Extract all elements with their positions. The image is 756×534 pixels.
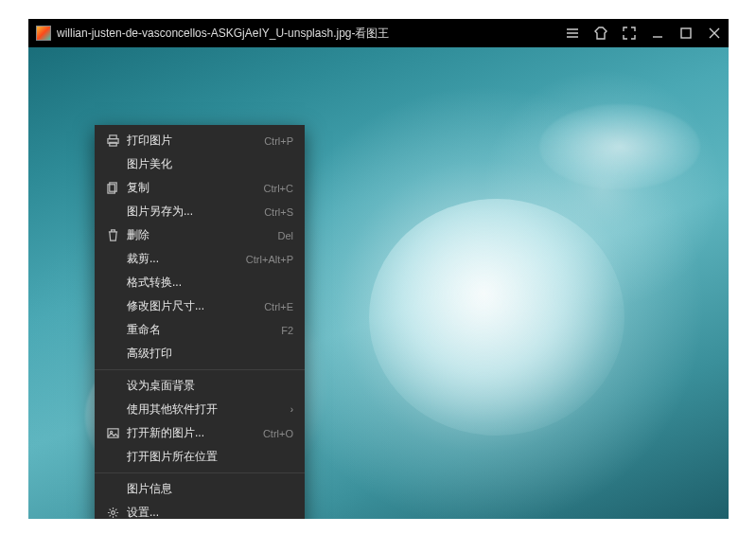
- maximize-icon[interactable]: [672, 19, 700, 47]
- svg-rect-0: [681, 28, 691, 38]
- printer-icon: [104, 134, 121, 147]
- title-filename: willian-justen-de-vasconcellos-ASKGjAeIY…: [57, 27, 351, 40]
- app-icon: [36, 26, 51, 41]
- menu-open-new[interactable]: 打开新的图片... Ctrl+O: [95, 421, 305, 445]
- menu-open-with[interactable]: 使用其他软件打开 ›: [95, 398, 305, 421]
- menu-save-as[interactable]: 图片另存为... Ctrl+S: [95, 200, 305, 223]
- svg-point-8: [111, 511, 114, 515]
- menu-format-convert[interactable]: 格式转换...: [95, 271, 305, 294]
- menu-icon[interactable]: [558, 19, 587, 47]
- copy-icon: [104, 182, 121, 194]
- context-menu: 打印图片 Ctrl+P 图片美化 复制 Ctrl+C 图片另存为... Ctrl…: [95, 125, 305, 519]
- menu-separator: [95, 369, 305, 370]
- gear-icon: [104, 507, 121, 519]
- fullscreen-icon[interactable]: [615, 19, 643, 47]
- menu-open-location[interactable]: 打开图片所在位置: [95, 445, 305, 469]
- image-icon: [104, 427, 121, 439]
- svg-rect-6: [107, 429, 117, 437]
- menu-set-wallpaper[interactable]: 设为桌面背景: [95, 374, 305, 398]
- chevron-right-icon: ›: [285, 404, 293, 415]
- close-icon[interactable]: [700, 19, 729, 47]
- titlebar: willian-justen-de-vasconcellos-ASKGjAeIY…: [28, 19, 729, 47]
- menu-image-info[interactable]: 图片信息: [95, 477, 305, 501]
- menu-beautify[interactable]: 图片美化: [95, 152, 305, 176]
- image-viewport[interactable]: 打印图片 Ctrl+P 图片美化 复制 Ctrl+C 图片另存为... Ctrl…: [28, 47, 729, 519]
- trash-icon: [104, 229, 121, 241]
- menu-delete[interactable]: 删除 Del: [95, 223, 305, 247]
- title-appname: 看图王: [355, 26, 389, 42]
- menu-resize[interactable]: 修改图片尺寸... Ctrl+E: [95, 294, 305, 318]
- menu-advanced-print[interactable]: 高级打印: [95, 342, 305, 365]
- menu-print-image[interactable]: 打印图片 Ctrl+P: [95, 129, 305, 152]
- menu-crop[interactable]: 裁剪... Ctrl+Alt+P: [95, 247, 305, 271]
- skin-icon[interactable]: [587, 19, 615, 47]
- app-window: willian-justen-de-vasconcellos-ASKGjAeIY…: [28, 19, 729, 519]
- svg-rect-3: [109, 142, 115, 146]
- minimize-icon[interactable]: [643, 19, 672, 47]
- menu-settings[interactable]: 设置...: [95, 501, 305, 519]
- menu-rename[interactable]: 重命名 F2: [95, 318, 305, 342]
- menu-separator: [95, 472, 305, 473]
- menu-copy[interactable]: 复制 Ctrl+C: [95, 176, 305, 200]
